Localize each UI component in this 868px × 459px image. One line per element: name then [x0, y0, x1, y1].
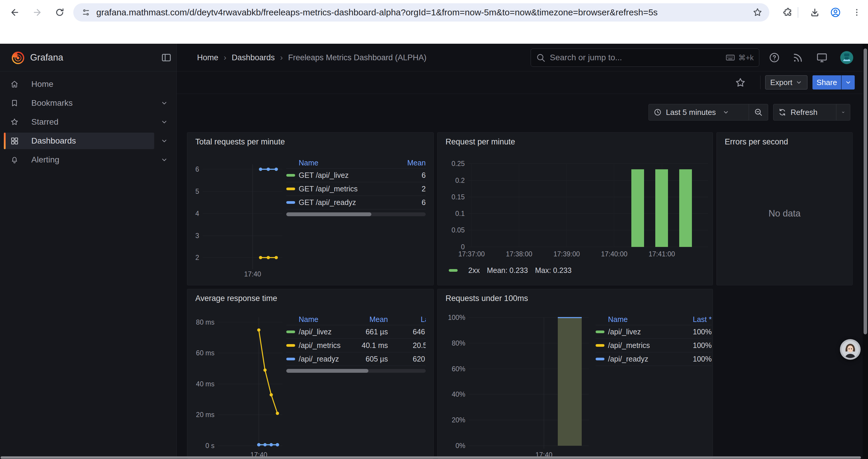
user-avatar[interactable]	[840, 51, 853, 64]
chevron-down-icon[interactable]	[158, 152, 170, 168]
series-/api/_readyz	[257, 443, 279, 446]
panel-title[interactable]: Errors per second	[725, 137, 788, 146]
share-button[interactable]: Share	[812, 75, 841, 90]
legend-value-mean: 40.1 ms	[355, 341, 388, 350]
legend-column-header[interactable]: Name	[286, 159, 396, 167]
refresh-icon	[778, 108, 786, 117]
breadcrumb-separator: ›	[280, 53, 283, 62]
legend-row[interactable]: /api/_readyz605 µs620	[286, 352, 426, 366]
legend-series-name[interactable]: GET /api/_readyz	[299, 198, 396, 207]
data-point	[267, 168, 270, 171]
y-axis-tick: 80 ms	[187, 319, 215, 326]
url-bar[interactable]: grafana.mathmast.com/d/deytv4rwavabkb/fr…	[73, 3, 769, 22]
y-axis-tick: 60%	[438, 365, 465, 373]
legend-column-header[interactable]: Las	[388, 315, 426, 324]
legend-row[interactable]: GET /api/_readyz6	[286, 196, 426, 209]
y-axis-tick: 0	[438, 243, 465, 251]
legend-series-name[interactable]: GET /api/_livez	[299, 171, 396, 179]
sidebar-item-home[interactable]: Home	[4, 76, 154, 93]
legend-value-last: 100%	[676, 355, 712, 363]
sidebar-item-bookmarks[interactable]: Bookmarks	[4, 95, 154, 111]
series-pill	[596, 330, 604, 333]
sidebar-item-label: Alerting	[31, 155, 59, 165]
chevron-down-icon[interactable]	[158, 133, 170, 149]
legend-row[interactable]: GET /api/_metrics2	[286, 182, 426, 196]
legend-series-name[interactable]: GET /api/_metrics	[299, 185, 396, 193]
favorite-star-icon[interactable]	[735, 77, 746, 89]
profile-icon[interactable]	[829, 6, 842, 19]
horizontal-scrollbar-thumb[interactable]	[1, 456, 861, 459]
bar-cap	[558, 317, 582, 319]
help-icon[interactable]	[769, 52, 780, 64]
data-point	[257, 328, 260, 332]
bar[interactable]	[558, 318, 582, 446]
y-axis-tick: 2	[187, 254, 199, 262]
legend-row[interactable]: /api/_livez661 µs646	[286, 325, 426, 339]
refresh-button[interactable]: Refresh	[773, 104, 836, 120]
dock-sidebar-icon[interactable]	[161, 52, 172, 63]
extensions-icon[interactable]	[781, 6, 794, 19]
legend-column-header[interactable]: Name	[596, 315, 676, 324]
bookmark-star-icon[interactable]	[752, 7, 763, 18]
legend-scrollbar[interactable]	[286, 369, 426, 373]
breadcrumb-bar: Home › Dashboards › Freeleaps Metrics Da…	[177, 44, 868, 71]
site-info-icon[interactable]	[81, 7, 91, 18]
breadcrumb: Home › Dashboards › Freeleaps Metrics Da…	[197, 44, 426, 71]
assistant-avatar[interactable]	[840, 339, 861, 360]
news-rss-icon[interactable]	[792, 52, 804, 64]
share-dropdown-button[interactable]	[841, 75, 855, 90]
sidebar-item-alerting[interactable]: Alerting	[4, 152, 154, 168]
legend-series-name[interactable]: /api/_livez	[299, 328, 355, 336]
time-range-picker[interactable]: Last 5 minutes	[649, 104, 749, 120]
legend-value-last: 100%	[676, 328, 712, 336]
legend-scrollbar-thumb[interactable]	[286, 369, 368, 373]
legend-column-header[interactable]: Mean	[396, 159, 426, 167]
browser-toolbar: grafana.mathmast.com/d/deytv4rwavabkb/fr…	[0, 0, 868, 25]
legend-row[interactable]: /api/_livez100%	[596, 325, 712, 339]
vertical-scrollbar-thumb[interactable]	[864, 48, 867, 334]
downloads-icon[interactable]	[808, 6, 821, 19]
legend-row[interactable]: /api/_metrics100%	[596, 339, 712, 352]
series-pill	[286, 174, 295, 177]
sidebar-item-label: Home	[31, 79, 54, 89]
legend-series-name[interactable]: /api/_readyz	[299, 355, 355, 363]
reload-icon[interactable]	[53, 6, 66, 19]
y-axis-tick: 5	[187, 188, 199, 196]
refresh-interval-dropdown[interactable]	[836, 104, 850, 120]
bar[interactable]	[631, 169, 644, 247]
back-icon[interactable]	[8, 6, 21, 19]
legend-series-name[interactable]: /api/_readyz	[608, 355, 676, 363]
export-button[interactable]: Export	[765, 75, 807, 90]
breadcrumb-home[interactable]: Home	[197, 53, 218, 62]
zoom-out-button[interactable]	[749, 104, 768, 120]
chevron-down-icon[interactable]	[158, 114, 170, 130]
monitor-icon[interactable]	[816, 52, 828, 64]
legend-row[interactable]: GET /api/_livez6	[286, 169, 426, 182]
search-input[interactable]: Search or jump to... ⌘+k	[531, 48, 759, 67]
chevron-down-icon[interactable]	[158, 95, 170, 111]
bar[interactable]	[679, 169, 692, 247]
legend-scrollbar-thumb[interactable]	[286, 212, 371, 216]
search-shortcut: ⌘+k	[738, 54, 754, 62]
forward-icon[interactable]	[31, 6, 44, 19]
chevron-down-icon	[722, 109, 730, 116]
legend-series-name[interactable]: /api/_metrics	[608, 341, 676, 350]
data-point	[259, 256, 262, 259]
grafana-logo-icon[interactable]	[10, 50, 26, 66]
menu-kebab-icon[interactable]	[850, 6, 863, 19]
legend-row[interactable]: /api/_metrics40.1 ms20.5 r	[286, 339, 426, 352]
series-GET /api/_metrics	[259, 256, 278, 259]
y-axis-tick: 40%	[438, 391, 465, 398]
legend-row[interactable]: /api/_readyz100%	[596, 352, 712, 366]
sidebar-item-starred[interactable]: Starred	[4, 114, 154, 130]
legend-series-name[interactable]: /api/_livez	[608, 328, 676, 336]
legend-scrollbar[interactable]	[286, 212, 426, 216]
legend-series-name[interactable]: /api/_metrics	[299, 341, 355, 350]
legend-column-header[interactable]: Mean	[355, 315, 388, 324]
vertical-scrollbar[interactable]	[863, 44, 868, 459]
sidebar-item-dashboards[interactable]: Dashboards	[4, 133, 154, 149]
breadcrumb-dashboards[interactable]: Dashboards	[231, 53, 275, 62]
legend-column-header[interactable]: Last *	[676, 315, 712, 324]
bar[interactable]	[655, 169, 668, 247]
legend-column-header[interactable]: Name	[286, 315, 355, 324]
